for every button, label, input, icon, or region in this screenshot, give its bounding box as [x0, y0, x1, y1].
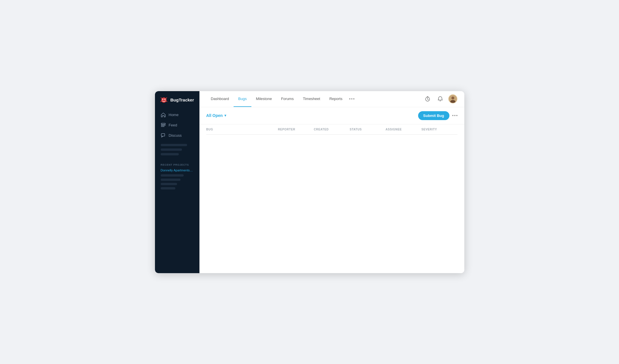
col-severity: SEVERITY	[422, 128, 457, 131]
col-status: STATUS	[350, 128, 386, 131]
bell-icon	[437, 96, 443, 102]
svg-point-1	[162, 99, 163, 100]
col-reporter: REPORTER	[278, 128, 314, 131]
sidebar-navigation: Home Feed Discuss	[155, 110, 199, 140]
recent-projects-section: RECENT PROJECTS Donnelly Apartments Co	[155, 159, 199, 192]
sidebar-item-home-label: Home	[169, 113, 179, 117]
skeleton-bar	[161, 187, 176, 189]
nav-link-bugs[interactable]: Bugs	[234, 91, 251, 107]
chevron-down-icon: ▾	[224, 113, 226, 118]
skeleton-bar	[161, 148, 182, 151]
svg-point-13	[451, 97, 454, 99]
nav-more-button[interactable]	[347, 91, 357, 107]
svg-line-4	[166, 97, 167, 98]
sidebar-skeleton-1	[155, 140, 199, 159]
bugtracker-logo-icon	[160, 96, 168, 104]
nav-link-reports[interactable]: Reports	[325, 91, 347, 107]
table-header: BUG REPORTER CREATED STATUS ASSIGNEE SEV…	[206, 124, 457, 135]
skeleton-bar	[161, 179, 181, 181]
content-header: All Open ▾ Submit Bug	[199, 107, 464, 124]
three-dots-icon	[349, 98, 354, 99]
sidebar-logo: BugTracker	[155, 96, 199, 110]
svg-line-3	[161, 97, 162, 98]
timer-icon	[425, 96, 430, 102]
svg-line-5	[160, 101, 162, 101]
svg-point-0	[161, 97, 166, 103]
sidebar-item-feed[interactable]: Feed	[158, 120, 197, 130]
timer-icon-button[interactable]	[423, 94, 432, 103]
skeleton-bar	[161, 144, 187, 146]
sidebar-item-discuss[interactable]: Discuss	[158, 131, 197, 140]
nav-actions	[423, 94, 457, 103]
more-options-button[interactable]	[452, 115, 457, 116]
skeleton-bar	[161, 153, 179, 155]
svg-rect-8	[161, 125, 165, 126]
svg-rect-7	[161, 123, 165, 124]
filter-dropdown[interactable]: All Open ▾	[206, 113, 226, 118]
nav-links: Dashboard Bugs Milestone Forums Timeshee…	[206, 91, 423, 107]
svg-point-2	[164, 99, 165, 100]
nav-link-milestone[interactable]: Milestone	[251, 91, 277, 107]
nav-link-dashboard[interactable]: Dashboard	[206, 91, 234, 107]
user-avatar[interactable]	[448, 94, 457, 103]
skeleton-bar	[161, 183, 177, 185]
discuss-icon	[161, 133, 166, 138]
top-navigation: Dashboard Bugs Milestone Forums Timeshee…	[199, 91, 464, 107]
svg-line-6	[166, 101, 167, 101]
col-assignee: ASSIGNEE	[386, 128, 422, 131]
svg-rect-9	[161, 126, 164, 127]
sidebar-item-discuss-label: Discuss	[169, 133, 182, 138]
home-icon	[161, 112, 166, 118]
sidebar: BugTracker Home Feed	[155, 91, 199, 273]
col-created: CREATED	[314, 128, 350, 131]
recent-project-link[interactable]: Donnelly Apartments Co	[161, 169, 194, 172]
skeleton-bar	[161, 174, 184, 177]
bugs-table: BUG REPORTER CREATED STATUS ASSIGNEE SEV…	[199, 124, 464, 169]
sidebar-item-feed-label: Feed	[169, 123, 177, 127]
svg-rect-10	[161, 134, 165, 136]
table-empty-state	[206, 135, 457, 169]
recent-projects-label: RECENT PROJECTS	[161, 163, 194, 166]
main-content: Dashboard Bugs Milestone Forums Timeshee…	[199, 91, 464, 273]
filter-label: All Open	[206, 113, 223, 118]
avatar-image	[449, 95, 457, 103]
nav-link-timesheet[interactable]: Timesheet	[298, 91, 325, 107]
sidebar-item-home[interactable]: Home	[158, 110, 197, 120]
recent-skeleton-group	[161, 174, 194, 189]
app-title: BugTracker	[170, 97, 194, 102]
app-container: BugTracker Home Feed	[155, 91, 464, 273]
nav-link-forums[interactable]: Forums	[276, 91, 298, 107]
notifications-button[interactable]	[436, 94, 445, 103]
col-bug: BUG	[206, 128, 278, 131]
feed-icon	[161, 123, 166, 128]
three-dots-icon	[452, 115, 457, 116]
content-area: All Open ▾ Submit Bug BUG REPORTER	[199, 107, 464, 273]
header-right-actions: Submit Bug	[418, 111, 457, 120]
submit-bug-button[interactable]: Submit Bug	[418, 111, 449, 120]
